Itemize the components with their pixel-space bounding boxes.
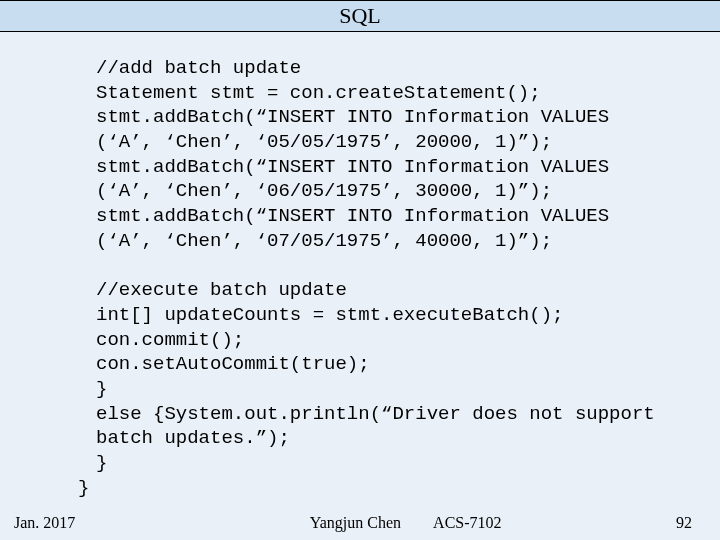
code-line: //add batch update: [96, 57, 301, 79]
code-line: int[] updateCounts = stmt.executeBatch()…: [96, 304, 563, 326]
code-line: (‘A’, ‘Chen’, ‘07/05/1975’, 40000, 1)”);: [96, 230, 552, 252]
code-line: con.setAutoCommit(true);: [96, 353, 370, 375]
code-line: }: [96, 378, 107, 400]
code-line: }: [96, 452, 107, 474]
footer-date: Jan. 2017: [14, 514, 75, 532]
code-line: stmt.addBatch(“INSERT INTO Information V…: [96, 156, 609, 178]
code-line: (‘A’, ‘Chen’, ‘05/05/1975’, 20000, 1)”);: [96, 131, 552, 153]
code-line: (‘A’, ‘Chen’, ‘06/05/1975’, 30000, 1)”);: [96, 180, 552, 202]
code-line: batch updates.”);: [96, 427, 290, 449]
code-line: else {System.out.println(“Driver does no…: [96, 403, 655, 425]
code-line: //execute batch update: [96, 279, 347, 301]
footer-page-number: 92: [676, 514, 692, 532]
code-block: //add batch update Statement stmt = con.…: [0, 32, 720, 500]
code-line: con.commit();: [96, 329, 244, 351]
title-bar: SQL: [0, 0, 720, 32]
page-title: SQL: [339, 3, 381, 29]
code-line: }: [78, 476, 700, 501]
footer-author: Yangjun Chen: [310, 514, 401, 531]
code-line: stmt.addBatch(“INSERT INTO Information V…: [96, 205, 609, 227]
slide-footer: Jan. 2017 Yangjun Chen ACS-7102 92: [0, 514, 720, 532]
footer-course: ACS-7102: [433, 514, 501, 531]
code-line: stmt.addBatch(“INSERT INTO Information V…: [96, 106, 609, 128]
footer-center: Yangjun Chen ACS-7102: [75, 514, 676, 532]
code-line: Statement stmt = con.createStatement();: [96, 82, 541, 104]
